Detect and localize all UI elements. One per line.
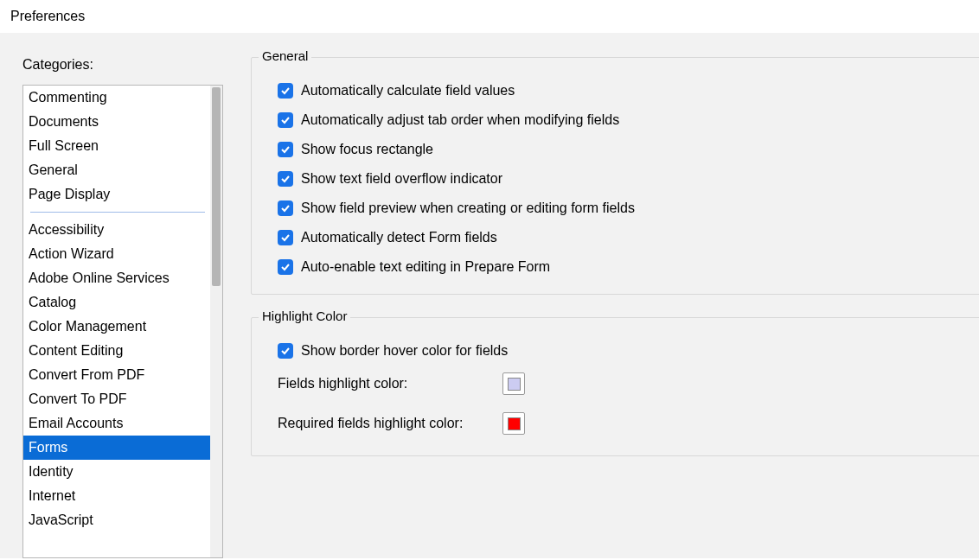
categories-column: Categories: CommentingDocumentsFull Scre…: [22, 57, 230, 558]
general-group: General Automatically calculate field va…: [251, 57, 979, 295]
required-highlight-label: Required fields highlight color:: [278, 416, 502, 431]
category-item[interactable]: Content Editing: [23, 339, 212, 363]
category-item[interactable]: Email Accounts: [23, 411, 212, 436]
general-option-row: Show text field overflow indicator: [278, 171, 963, 187]
category-item[interactable]: Accessibility: [23, 218, 212, 242]
preferences-body: Categories: CommentingDocumentsFull Scre…: [0, 33, 979, 558]
option-label: Show text field overflow indicator: [301, 171, 502, 187]
general-option-row: Automatically calculate field values: [278, 83, 963, 99]
checkbox[interactable]: [278, 142, 293, 157]
show-border-hover-color-row: Show border hover color for fields: [278, 343, 963, 359]
checkbox[interactable]: [278, 83, 293, 99]
category-item[interactable]: Convert To PDF: [23, 387, 212, 411]
general-group-label: General: [259, 48, 311, 63]
checkbox[interactable]: [278, 200, 293, 216]
fields-highlight-color-button[interactable]: [502, 372, 525, 395]
checkbox[interactable]: [278, 230, 293, 245]
settings-panel: General Automatically calculate field va…: [230, 57, 979, 479]
category-item[interactable]: Page Display: [23, 182, 212, 207]
option-label: Auto-enable text editing in Prepare Form: [301, 259, 550, 275]
category-divider: [30, 212, 205, 213]
general-option-row: Auto-enable text editing in Prepare Form: [278, 259, 963, 275]
category-item[interactable]: Color Management: [23, 315, 212, 339]
scrollbar-thumb[interactable]: [212, 87, 221, 286]
general-option-row: Show field preview when creating or edit…: [278, 200, 963, 216]
checkbox[interactable]: [278, 112, 293, 128]
category-item[interactable]: Forms: [23, 436, 212, 460]
option-label: Automatically adjust tab order when modi…: [301, 112, 619, 128]
highlight-color-group: Highlight Color Show border hover color …: [251, 317, 979, 456]
required-highlight-swatch: [508, 417, 521, 430]
option-label: Automatically detect Form fields: [301, 230, 497, 245]
show-border-hover-checkbox[interactable]: [278, 343, 293, 359]
category-item[interactable]: Documents: [23, 110, 212, 134]
option-label: Show field preview when creating or edit…: [301, 200, 635, 216]
category-item[interactable]: Action Wizard: [23, 242, 212, 266]
general-option-row: Show focus rectangle: [278, 142, 963, 157]
checkbox[interactable]: [278, 171, 293, 187]
window-title: Preferences: [0, 0, 979, 33]
categories-listbox[interactable]: CommentingDocumentsFull ScreenGeneralPag…: [22, 85, 223, 558]
category-item[interactable]: Adobe Online Services: [23, 266, 212, 290]
fields-highlight-swatch: [508, 378, 521, 391]
required-highlight-color-button[interactable]: [502, 412, 525, 435]
fields-highlight-label: Fields highlight color:: [278, 376, 502, 391]
category-item[interactable]: Identity: [23, 460, 212, 484]
general-option-row: Automatically adjust tab order when modi…: [278, 112, 963, 128]
general-option-row: Automatically detect Form fields: [278, 230, 963, 245]
category-item[interactable]: Internet: [23, 484, 212, 508]
category-item[interactable]: Convert From PDF: [23, 363, 212, 387]
category-item[interactable]: Commenting: [23, 86, 212, 110]
category-item[interactable]: Full Screen: [23, 134, 212, 158]
scrollbar[interactable]: [210, 86, 222, 557]
option-label: Show focus rectangle: [301, 142, 433, 157]
highlight-group-label: Highlight Color: [259, 309, 350, 323]
fields-highlight-row: Fields highlight color:: [278, 372, 963, 395]
category-item[interactable]: General: [23, 158, 212, 182]
checkbox[interactable]: [278, 259, 293, 275]
category-item[interactable]: JavaScript: [23, 508, 212, 532]
required-highlight-row: Required fields highlight color:: [278, 412, 963, 435]
option-label: Automatically calculate field values: [301, 83, 515, 99]
categories-heading: Categories:: [22, 57, 230, 73]
category-item[interactable]: Catalog: [23, 290, 212, 315]
show-border-hover-label: Show border hover color for fields: [301, 343, 508, 359]
